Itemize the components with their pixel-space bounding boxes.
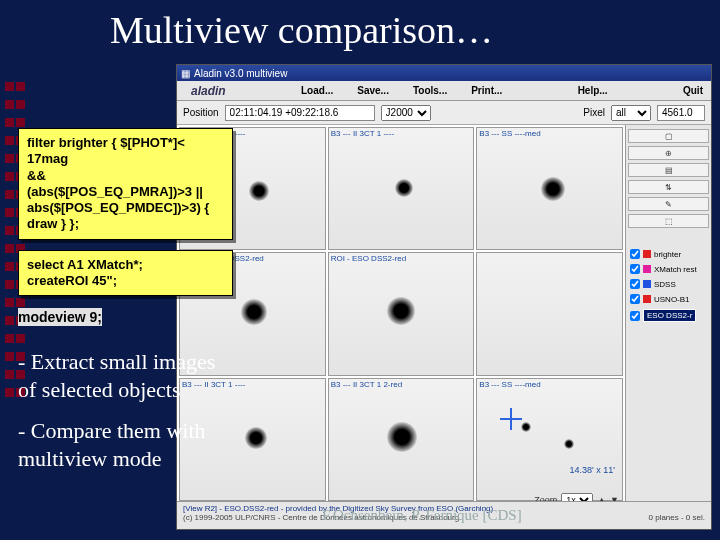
bullet-extract: - Extract small images of selected objec…	[18, 348, 233, 403]
menu-quit[interactable]: Quit	[683, 85, 703, 96]
tool-button[interactable]: ▤	[628, 163, 709, 177]
menu-print[interactable]: Print...	[471, 85, 502, 96]
menu-load[interactable]: Load...	[301, 85, 333, 96]
tool-button[interactable]: ✎	[628, 197, 709, 211]
size-readout: 14.38' x 11'	[570, 465, 615, 475]
position-bar: Position J2000 Pixel all	[177, 101, 711, 125]
layer-item[interactable]: SDSS	[628, 278, 709, 290]
aladin-window: ▦ Aladin v3.0 multiview aladin Load... S…	[176, 64, 712, 530]
tool-button[interactable]: ⇅	[628, 180, 709, 194]
status-planes: 0 planes - 0 sel.	[649, 513, 705, 522]
view-tile[interactable]: B3 --- SS ----med	[476, 378, 623, 501]
view-tile[interactable]: B3 --- SS ----med	[476, 127, 623, 250]
menubar: aladin Load... Save... Tools... Print...…	[177, 81, 711, 101]
page-title: Multiview comparison…	[0, 0, 720, 56]
layer-item[interactable]: XMatch rest	[628, 263, 709, 275]
pixel-value[interactable]	[657, 105, 705, 121]
tool-button[interactable]: ▢	[628, 129, 709, 143]
slide-credits: F.Ochsenbein, P. Fernique [CDS]	[322, 507, 522, 524]
view-tile[interactable]: ROI - ESO DSS2-red	[328, 252, 475, 375]
layer-sidebar: ▢ ⊕ ▤ ⇅ ✎ ⬚ brighter XMatch rest SDSS US…	[625, 125, 711, 503]
crosshair-icon	[500, 408, 522, 430]
multiview-grid: B3 --- II 3CT 1 ---- B3 --- II 3CT 1 ---…	[177, 125, 625, 503]
pixel-label: Pixel	[583, 107, 605, 118]
code-box-filter: filter brighter { $[PHOT*]< 17mag && (ab…	[18, 128, 233, 240]
view-tile[interactable]: B3 --- II 3CT 1 ----	[328, 127, 475, 250]
logo: aladin	[185, 84, 226, 98]
menu-save[interactable]: Save...	[357, 85, 389, 96]
position-label: Position	[183, 107, 219, 118]
layer-item[interactable]: brighter	[628, 248, 709, 260]
tool-button[interactable]: ⬚	[628, 214, 709, 228]
pixel-select[interactable]: all	[611, 105, 651, 121]
frame-select[interactable]: J2000	[381, 105, 431, 121]
code-box-modeview: modeview 9;	[18, 308, 102, 326]
left-column: filter brighter { $[PHOT*]< 17mag && (ab…	[18, 128, 233, 472]
app-icon: ▦	[181, 68, 190, 79]
layer-item[interactable]: ESO DSS2-r	[628, 308, 709, 323]
position-input[interactable]	[225, 105, 375, 121]
layer-item[interactable]: USNO-B1	[628, 293, 709, 305]
menu-help[interactable]: Help...	[578, 85, 608, 96]
tool-button[interactable]: ⊕	[628, 146, 709, 160]
window-title: Aladin v3.0 multiview	[194, 68, 287, 79]
view-tile[interactable]: B3 --- II 3CT 1 2-red	[328, 378, 475, 501]
window-titlebar[interactable]: ▦ Aladin v3.0 multiview	[177, 65, 711, 81]
bullet-compare: - Compare them with multiview mode	[18, 417, 233, 472]
menu-tools[interactable]: Tools...	[413, 85, 447, 96]
code-box-select: select A1 XMatch*; createROI 45";	[18, 250, 233, 297]
view-tile[interactable]	[476, 252, 623, 375]
